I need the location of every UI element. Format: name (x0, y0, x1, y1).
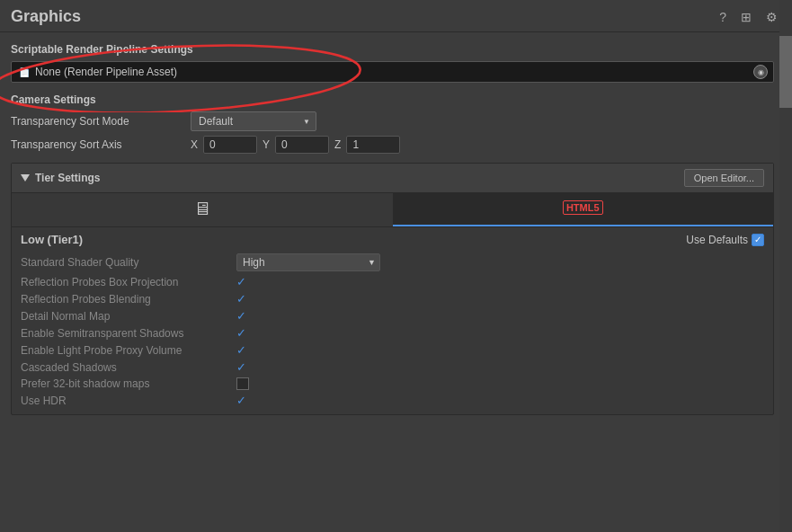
light-probe-proxy-checkbox[interactable]: ✓ (236, 343, 246, 357)
standard-shader-quality-dropdown[interactable]: High ▼ (236, 253, 380, 271)
prop-row-reflection-probes-box: Reflection Probes Box Projection ✓ (21, 273, 764, 290)
pipeline-field-value: None (Render Pipeline Asset) (35, 66, 177, 78)
prop-row-enable-semitransparent: Enable Semitransparent Shadows ✓ (21, 324, 764, 341)
dropdown-arrow2-icon: ▼ (368, 258, 376, 267)
tier-header: Tier Settings Open Editor... (12, 164, 773, 193)
tier-section-title: Tier Settings (35, 172, 100, 184)
prop-label-light-probe-proxy: Enable Light Probe Proxy Volume (21, 344, 236, 357)
reflection-probes-blending-checkbox[interactable]: ✓ (236, 292, 246, 306)
transparency-sort-axis-label: Transparency Sort Axis (11, 138, 191, 151)
settings-icon[interactable]: ⚙ (762, 8, 781, 26)
tier-row-header: Low (Tier1) Use Defaults ✓ (21, 233, 764, 246)
prop-value-light-probe-proxy: ✓ (236, 343, 764, 357)
scrollbar-thumb[interactable] (779, 36, 792, 108)
prop-value-reflection-probes-box: ✓ (236, 275, 764, 288)
prop-label-detail-normal-map: Detail Normal Map (21, 310, 236, 323)
html5-icon: HTML5 (563, 200, 603, 215)
pipeline-row: 📄 None (Render Pipeline Asset) ◉ (11, 61, 774, 83)
prop-row-standard-shader-quality: Standard Shader Quality High ▼ (21, 252, 764, 273)
panel-header: Graphics ? ⊞ ⚙ (0, 0, 792, 32)
prop-value-reflection-probes-blending: ✓ (236, 292, 764, 306)
transparency-sort-mode-dropdown[interactable]: Default ▼ (191, 111, 316, 131)
collapse-triangle-icon (21, 174, 30, 182)
x-axis-label: X (191, 138, 198, 151)
tier-tabs: 🖥 HTML5 (12, 193, 773, 227)
prop-value-cascaded-shadows: ✓ (236, 360, 764, 374)
transparency-sort-mode-row: Transparency Sort Mode Default ▼ (11, 111, 774, 131)
prop-row-prefer-32bit: Prefer 32-bit shadow maps (21, 376, 764, 392)
y-axis-input[interactable] (275, 136, 329, 154)
use-defaults-label: Use Defaults (686, 234, 748, 246)
prop-label-standard-shader-quality: Standard Shader Quality (21, 256, 236, 269)
panel-title: Graphics (11, 7, 81, 26)
tab-desktop[interactable]: 🖥 (12, 193, 393, 226)
x-axis-input[interactable] (203, 136, 257, 154)
tab-webgl[interactable]: HTML5 (393, 193, 774, 226)
prop-label-use-hdr: Use HDR (21, 395, 236, 407)
z-axis-label: Z (334, 138, 341, 151)
prop-row-cascaded-shadows: Cascaded Shadows ✓ (21, 359, 764, 376)
header-icons: ? ⊞ ⚙ (716, 8, 781, 26)
detail-normal-map-checkbox[interactable]: ✓ (236, 309, 246, 323)
tier-name: Low (Tier1) (21, 233, 83, 246)
prop-row-light-probe-proxy: Enable Light Probe Proxy Volume ✓ (21, 341, 764, 359)
prop-label-reflection-probes-blending: Reflection Probes Blending (21, 293, 236, 306)
dropdown-arrow-icon: ▼ (303, 118, 310, 126)
transparency-sort-mode-label: Transparency Sort Mode (11, 115, 191, 128)
prop-value-standard-shader-quality: High ▼ (236, 253, 764, 271)
prop-value-use-hdr: ✓ (236, 394, 764, 407)
customize-icon[interactable]: ⊞ (737, 8, 755, 26)
prop-row-reflection-probes-blending: Reflection Probes Blending ✓ (21, 290, 764, 307)
transparency-sort-mode-value: Default ▼ (191, 111, 774, 131)
help-icon[interactable]: ? (716, 8, 730, 26)
use-defaults-checkbox[interactable]: ✓ (752, 234, 764, 246)
standard-shader-quality-value: High (243, 256, 265, 269)
reflection-probes-box-checkbox[interactable]: ✓ (236, 275, 246, 288)
tier-header-left: Tier Settings (21, 172, 100, 184)
use-hdr-checkbox[interactable]: ✓ (236, 394, 246, 407)
prop-label-prefer-32bit: Prefer 32-bit shadow maps (21, 377, 236, 390)
open-editor-button[interactable]: Open Editor... (684, 169, 764, 187)
prop-row-use-hdr: Use HDR ✓ (21, 392, 764, 409)
prop-value-prefer-32bit (236, 377, 764, 390)
tier-section: Tier Settings Open Editor... 🖥 HTML5 Low… (11, 163, 774, 415)
prefer-32bit-checkbox[interactable] (236, 377, 249, 390)
panel-content: Scriptable Render Pipeline Settings 📄 No… (0, 32, 792, 532)
prop-value-enable-semitransparent: ✓ (236, 326, 764, 340)
axis-group: X Y Z (191, 136, 774, 154)
prop-row-detail-normal-map: Detail Normal Map ✓ (21, 307, 764, 324)
y-axis-label: Y (263, 138, 270, 151)
prop-label-reflection-probes-box: Reflection Probes Box Projection (21, 276, 236, 288)
use-defaults-row: Use Defaults ✓ (686, 234, 764, 246)
prop-value-detail-normal-map: ✓ (236, 309, 764, 323)
tier-content: Low (Tier1) Use Defaults ✓ Standard Shad… (12, 227, 773, 414)
prop-label-enable-semitransparent: Enable Semitransparent Shadows (21, 327, 236, 340)
scrollbar-track (779, 0, 792, 532)
transparency-sort-axis-row: Transparency Sort Axis X Y Z (11, 136, 774, 154)
document-icon: 📄 (19, 67, 30, 77)
camera-settings-section-title: Camera Settings (11, 93, 774, 106)
pipeline-circle-btn[interactable]: ◉ (753, 65, 768, 79)
z-axis-input[interactable] (346, 136, 400, 154)
graphics-panel: Graphics ? ⊞ ⚙ Scriptable Render Pipelin… (0, 0, 792, 532)
scriptable-render-section-title: Scriptable Render Pipeline Settings (11, 43, 774, 56)
cascaded-shadows-checkbox[interactable]: ✓ (236, 360, 246, 374)
pipeline-field[interactable]: 📄 None (Render Pipeline Asset) ◉ (11, 61, 774, 83)
transparency-sort-axis-value: X Y Z (191, 136, 774, 154)
prop-label-cascaded-shadows: Cascaded Shadows (21, 361, 236, 374)
enable-semitransparent-checkbox[interactable]: ✓ (236, 326, 246, 340)
